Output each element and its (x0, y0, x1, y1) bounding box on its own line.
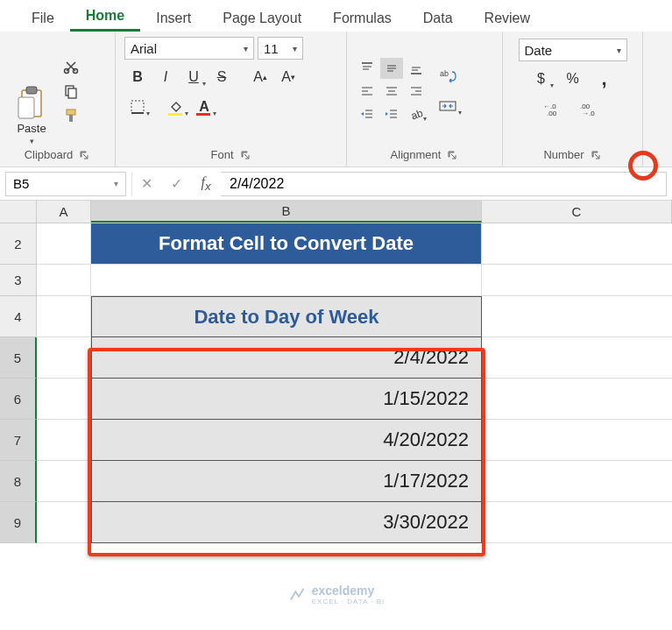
row-header-6[interactable]: 6 (0, 379, 37, 420)
row-8: 8 1/17/2022 (0, 461, 672, 502)
font-name-combo[interactable]: Arial▾ (124, 37, 254, 60)
align-left-button2[interactable] (356, 81, 378, 102)
row-header-2[interactable]: 2 (0, 223, 37, 265)
row-header-4[interactable]: 4 (0, 296, 37, 337)
cell-C6[interactable] (482, 379, 672, 420)
format-painter-button[interactable] (60, 106, 82, 125)
borders-button[interactable]: ▾ (124, 95, 151, 119)
cell-B4[interactable]: Date to Day of Week (91, 296, 482, 337)
chevron-down-icon: ▾ (114, 179, 118, 188)
cell-C9[interactable] (482, 502, 672, 543)
grow-font-button[interactable]: A▴ (247, 65, 273, 89)
cell-B3[interactable] (91, 265, 482, 296)
row-4: 4 Date to Day of Week (0, 296, 672, 337)
font-size-combo[interactable]: 11▾ (258, 37, 303, 60)
number-format-combo[interactable]: Date▾ (519, 39, 627, 61)
row-header-3[interactable]: 3 (0, 265, 37, 296)
bold-button[interactable]: B (124, 65, 151, 89)
chevron-down-icon: ▾ (617, 46, 621, 55)
paste-button[interactable]: Paste ▾ (9, 37, 54, 145)
formula-input[interactable]: 2/4/2022 (221, 172, 667, 196)
watermark-brand: exceldemy (312, 584, 386, 598)
wrap-text-button[interactable]: ab (433, 64, 463, 88)
row-7: 7 4/20/2022 (0, 420, 672, 461)
cell-A6[interactable] (37, 379, 91, 420)
col-header-B[interactable]: B (91, 201, 482, 223)
cell-A8[interactable] (37, 461, 91, 502)
row-header-9[interactable]: 9 (0, 502, 37, 543)
cancel-formula-button[interactable]: ✕ (131, 172, 161, 196)
increase-indent-button[interactable] (380, 103, 403, 124)
orientation-button[interactable]: ab▾ (405, 103, 428, 124)
italic-button[interactable]: I (152, 65, 179, 89)
tab-insert[interactable]: Insert (140, 5, 207, 32)
font-dialog-launcher[interactable] (239, 149, 251, 161)
cell-B6[interactable]: 1/15/2022 (91, 379, 482, 420)
tab-home[interactable]: Home (70, 3, 140, 32)
enter-formula-button[interactable]: ✓ (161, 172, 191, 196)
align-bottom-button[interactable] (405, 58, 428, 79)
brush-icon (63, 108, 79, 124)
insert-function-button[interactable]: fx (191, 172, 221, 196)
merge-center-button[interactable]: ▾ (433, 94, 463, 118)
shrink-font-button[interactable]: A▾ (275, 65, 301, 89)
strikethrough-button[interactable]: S (209, 65, 235, 89)
cell-C2[interactable] (482, 223, 672, 265)
alignment-dialog-launcher[interactable] (446, 149, 458, 161)
column-headers: A B C (0, 201, 672, 223)
cell-B8[interactable]: 1/17/2022 (91, 461, 482, 502)
col-header-C[interactable]: C (482, 201, 672, 223)
align-center-button[interactable] (380, 81, 403, 102)
cell-C3[interactable] (482, 265, 672, 296)
cell-C7[interactable] (482, 420, 672, 461)
accounting-format-button[interactable]: $▾ (528, 67, 555, 91)
cell-C8[interactable] (482, 461, 672, 502)
underline-button[interactable]: U▾ (180, 65, 207, 89)
row-header-8[interactable]: 8 (0, 461, 37, 502)
cell-B9[interactable]: 3/30/2022 (91, 502, 482, 543)
cell-C5[interactable] (482, 337, 672, 379)
row-header-7[interactable]: 7 (0, 420, 37, 461)
wrap-icon: ab (439, 68, 456, 84)
comma-format-button[interactable]: , (591, 67, 618, 91)
col-header-A[interactable]: A (37, 201, 91, 223)
number-dialog-launcher[interactable] (590, 149, 602, 161)
align-bottom-icon (409, 61, 423, 75)
align-right-button[interactable] (405, 81, 428, 102)
rotate-icon: ab (409, 107, 423, 121)
cell-A4[interactable] (37, 296, 91, 337)
copy-button[interactable] (60, 81, 82, 101)
percent-format-button[interactable]: % (560, 67, 586, 91)
cell-C4[interactable] (482, 296, 672, 337)
tab-data[interactable]: Data (407, 5, 469, 32)
clipboard-dialog-launcher[interactable] (78, 149, 90, 161)
font-color-button[interactable]: A ▾ (191, 95, 217, 119)
decrease-decimal-button[interactable]: .00→.0 (576, 96, 607, 121)
svg-rect-2 (18, 97, 34, 118)
chevron-down-icon: ▾ (202, 80, 206, 88)
tab-page-layout[interactable]: Page Layout (207, 5, 317, 32)
increase-decimal-button[interactable]: ←.0.00 (539, 96, 570, 121)
tab-formulas[interactable]: Formulas (317, 5, 407, 32)
cell-A5[interactable] (37, 337, 91, 379)
row-header-5[interactable]: 5 (0, 337, 37, 379)
name-box[interactable]: B5 ▾ (5, 172, 126, 196)
cell-A9[interactable] (37, 502, 91, 543)
clipboard-group-label: Clipboard (25, 148, 74, 161)
select-all-corner[interactable] (0, 201, 37, 223)
tab-file[interactable]: File (16, 5, 70, 32)
cell-B5[interactable]: 2/4/2022 (91, 337, 482, 379)
tab-review[interactable]: Review (469, 5, 546, 32)
group-font: Arial▾ 11▾ B I U▾ S A▴ A▾ ▾ (116, 32, 347, 166)
fill-color-button[interactable]: ▾ (163, 95, 189, 119)
cell-B2[interactable]: Format Cell to Convert Date (91, 223, 482, 265)
svg-rect-6 (68, 88, 76, 98)
cell-A3[interactable] (37, 265, 91, 296)
cut-button[interactable] (60, 57, 82, 76)
align-middle-button[interactable] (380, 58, 403, 79)
cell-A2[interactable] (37, 223, 91, 265)
cell-B7[interactable]: 4/20/2022 (91, 420, 482, 461)
align-top-button[interactable] (356, 58, 378, 79)
cell-A7[interactable] (37, 420, 91, 461)
decrease-indent-button[interactable] (356, 103, 378, 124)
